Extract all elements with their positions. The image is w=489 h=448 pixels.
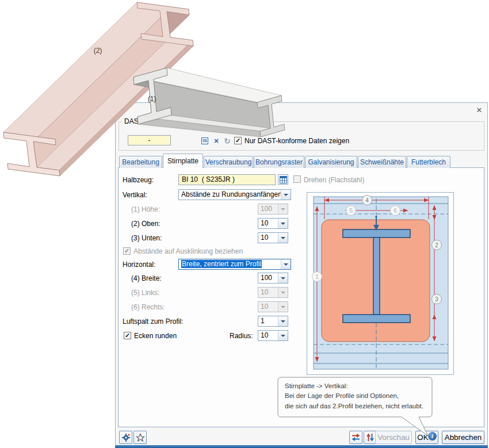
tab-verschraubung[interactable]: Verschraubung [204, 156, 253, 168]
info-icon[interactable]: i [428, 432, 437, 441]
favorites-button[interactable] [133, 431, 147, 444]
dast-conform-checkbox[interactable] [234, 137, 242, 144]
oben-value: 10 [258, 219, 278, 228]
links-value: 10 [258, 288, 278, 297]
radius-value: 10 [258, 331, 278, 340]
tab-galvanisierung[interactable]: Galvanisierung [305, 156, 357, 168]
tab-schweissnaehte[interactable]: Schweißnähte [358, 156, 406, 168]
links-label: (5) Links: [131, 289, 159, 297]
beam-2-label: (2) [94, 47, 102, 55]
breite-dropdown[interactable]: 100 [258, 273, 288, 284]
tab-stirnplatte[interactable]: Stirnplatte [163, 154, 203, 168]
dast-norm-button[interactable]: IS [200, 136, 210, 146]
chevron-down-icon [281, 320, 285, 323]
chevron-down-icon [281, 223, 285, 225]
drehen-checkbox [293, 175, 301, 183]
tooltip-line-2: Bei der Lage der Profile sind Optionen, [285, 391, 430, 401]
tab-bohrungsraster[interactable]: Bohrungsraster [254, 156, 304, 168]
refresh-icon: ↻ [224, 137, 231, 145]
ecken-runden-checkbox[interactable] [124, 332, 131, 339]
vertikal-dropdown-button[interactable] [281, 190, 291, 200]
chevron-down-icon [281, 292, 285, 294]
svg-text:2: 2 [435, 242, 438, 248]
abbrechen-button[interactable]: Abbrechen [442, 431, 484, 444]
dialog-bottom-edge [115, 445, 488, 448]
halbzeug-catalog-button[interactable] [278, 174, 288, 185]
is-icon: IS [201, 137, 208, 144]
oben-label: (2) Oben: [131, 220, 161, 228]
breite-label: (4) Breite: [131, 274, 162, 282]
chevron-down-icon [284, 263, 288, 266]
oben-dropdown-button[interactable] [278, 219, 288, 228]
dast-refresh-button[interactable]: ↻ [222, 136, 232, 146]
chevron-down-icon [281, 306, 285, 308]
ecken-runden-label: Ecken runden [134, 332, 177, 340]
svg-text:6: 6 [394, 208, 397, 214]
vertikal-label: Vertikal: [123, 191, 147, 199]
hoehe-dropdown-button [278, 204, 288, 214]
tooltip-line-3: die sich auf das 2.Profil beziehen, nich… [285, 401, 430, 411]
svg-text:3: 3 [435, 296, 438, 303]
dast-clear-button[interactable]: ✕ [211, 136, 221, 146]
dast-group-label: DAST [122, 117, 145, 125]
dast-input[interactable]: - [128, 135, 171, 145]
unten-label: (3) Unten: [131, 234, 162, 242]
luftspalt-dropdown[interactable]: 1 [258, 316, 288, 327]
luftspalt-dropdown-button[interactable] [278, 316, 288, 326]
unten-value: 10 [258, 233, 278, 243]
unten-dropdown-button[interactable] [278, 233, 288, 243]
horizontal-label: Horizontal: [123, 261, 155, 269]
marker-1: 1 [312, 272, 322, 282]
horizontal-value: Breite, zentriert zum Profil [181, 260, 262, 268]
breite-dropdown-button[interactable] [278, 273, 288, 283]
tab-futterblech[interactable]: Futterblech [407, 156, 450, 168]
chevron-down-icon [281, 277, 285, 279]
halbzeug-input[interactable]: BI 10 ( S235JR ) [178, 174, 276, 185]
rechts-dropdown: 10 [258, 301, 288, 312]
svg-text:4: 4 [365, 197, 369, 204]
marker-3: 3 [432, 294, 442, 304]
chevron-down-icon [281, 237, 285, 239]
tooltip-text: Stirnplatte -> Vertikal: Bei der Lage de… [285, 381, 430, 411]
radius-dropdown[interactable]: 10 [258, 330, 288, 341]
preview-drawing: 1 2 3 4 5 6 [307, 193, 453, 374]
breite-value: 100 [258, 273, 278, 283]
radius-dropdown-button[interactable] [278, 331, 288, 340]
horizontal-dropdown-button[interactable] [281, 259, 291, 269]
marker-4: 4 [362, 196, 372, 205]
luftspalt-value: 1 [258, 316, 278, 326]
marker-2: 2 [432, 240, 442, 250]
horizontal-dropdown[interactable]: Breite, zentriert zum Profil [178, 259, 291, 270]
rechts-value: 10 [258, 302, 278, 312]
drehen-label: Drehen (Flachstahl) [304, 176, 364, 184]
vertikal-value: Abstände zu Rundungsanfängen, [179, 190, 281, 200]
hoehe-value: 100 [258, 204, 278, 214]
close-icon[interactable]: ✕ [473, 105, 486, 116]
links-dropdown-button [278, 288, 288, 297]
star-icon [136, 433, 145, 442]
dast-groupbox [119, 121, 484, 151]
luftspalt-label: Luftspalt zum Profil: [123, 317, 183, 326]
settings-button[interactable] [119, 431, 132, 444]
marker-6: 6 [391, 206, 400, 216]
unten-dropdown[interactable]: 10 [258, 232, 288, 243]
hoehe-label: (1) Höhe: [131, 205, 160, 213]
tooltip-line-1: Stirnplatte -> Vertikal: [285, 381, 430, 391]
ausklinkung-checkbox [123, 247, 131, 255]
chevron-down-icon [281, 335, 285, 337]
radius-label: Radius: [230, 332, 253, 340]
rechts-dropdown-button [278, 302, 288, 312]
plate-preview: 1 2 3 4 5 6 [307, 192, 454, 375]
tab-bearbeitung[interactable]: Bearbeitung [119, 156, 162, 168]
oben-dropdown[interactable]: 10 [258, 218, 288, 229]
settings-icon [121, 433, 131, 442]
svg-text:1: 1 [315, 274, 319, 280]
hoehe-dropdown: 100 [258, 204, 288, 215]
links-dropdown: 10 [258, 287, 288, 298]
chevron-down-icon [284, 194, 288, 196]
ausklinkung-label: Abstände auf Ausklinkung beziehen [133, 247, 243, 255]
marker-5: 5 [346, 206, 356, 216]
rechts-label: (6) Rechts: [131, 303, 165, 311]
vertikal-dropdown[interactable]: Abstände zu Rundungsanfängen, [178, 189, 291, 200]
table-icon [280, 176, 287, 183]
